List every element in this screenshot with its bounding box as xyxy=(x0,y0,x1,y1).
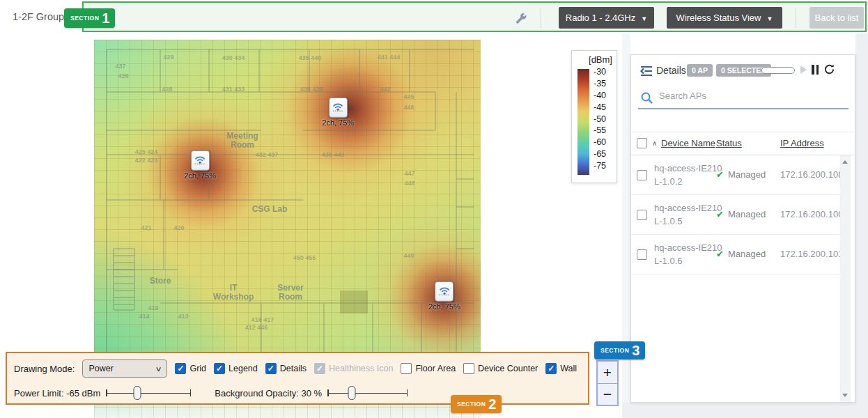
toolbar-section-box: Radio 1 - 2.4GHz ▼ Wireless Status View … xyxy=(82,1,867,32)
collapse-panel-icon[interactable] xyxy=(640,65,653,77)
search-input[interactable] xyxy=(659,91,840,101)
opacity-slider[interactable] xyxy=(327,386,408,400)
power-limit-label: Power Limit: -65 dBm xyxy=(14,388,100,398)
ip-address-cell: 172.16.200.100 xyxy=(780,209,843,219)
select-all-checkbox[interactable] xyxy=(637,138,647,148)
status-text: Managed xyxy=(728,249,766,259)
checkbox-box xyxy=(401,363,412,374)
checkbox-details[interactable]: ✓Details xyxy=(265,363,307,374)
zoom-out-button[interactable]: − xyxy=(598,384,617,405)
ap-count-badge: 0 AP xyxy=(687,64,713,77)
room-number: 437 xyxy=(115,63,125,70)
room-number: 436 439 xyxy=(300,86,323,93)
legend-tick: -35 xyxy=(594,78,606,90)
section-label: SECTION xyxy=(70,15,99,22)
power-limit-slider-thumb[interactable] xyxy=(134,386,141,400)
wrench-icon[interactable] xyxy=(516,13,527,24)
checkbox-floor-area[interactable]: Floor Area xyxy=(401,363,456,374)
checkbox-label: Grid xyxy=(189,364,206,373)
checkbox-device-counter[interactable]: Device Counter xyxy=(463,363,538,374)
table-row: hq-access-IE210L-1.0.2✔Managed172.16.200… xyxy=(631,155,841,195)
room-label: CSG Lab xyxy=(252,205,288,214)
table-row: hq-access-IE210L-1.0.6✔Managed172.16.200… xyxy=(631,235,841,274)
bottom-right-gutter xyxy=(622,403,868,418)
legend-tick: -30 xyxy=(594,66,606,78)
ap-label: 2ch, 75% xyxy=(322,118,354,127)
pause-icon[interactable] xyxy=(812,65,819,75)
panel-title: Details xyxy=(656,65,686,76)
checkbox-wall[interactable]: ✓Wall xyxy=(545,363,577,374)
section-label: SECTION xyxy=(600,347,629,354)
checkbox-legend[interactable]: ✓Legend xyxy=(214,363,258,374)
checkbox-grid[interactable]: ✓Grid xyxy=(175,363,206,374)
row-checkbox[interactable] xyxy=(637,249,647,260)
view-dropdown[interactable]: Wireless Status View ▼ xyxy=(667,7,782,29)
wifi-ap-icon: ••••• xyxy=(435,281,454,302)
legend-title: [dBm] xyxy=(589,54,612,65)
device-sub-name: L-1.0.2 xyxy=(654,175,722,188)
scroll-up-arrow[interactable] xyxy=(842,160,848,164)
wifi-ap-icon: ••••• xyxy=(329,98,348,118)
table-header: ∧ Device Name Status IP Address xyxy=(631,132,855,155)
device-name-cell: hq-access-IE210L-1.0.2 xyxy=(654,162,722,188)
legend-tick: -40 xyxy=(594,90,606,102)
power-limit-slider[interactable] xyxy=(106,386,191,400)
panel-header: Details 0 AP 0 SELECTED xyxy=(631,55,855,86)
legend-ticks: -30-35-40-45-50-55-60-65-75 xyxy=(594,66,606,172)
table-row: hq-access-IE210L-1.0.5✔Managed172.16.200… xyxy=(631,195,841,235)
ap-label: 2ch, 75% xyxy=(428,302,460,311)
ap-label: 2ch, 75% xyxy=(184,171,216,180)
ap-marker[interactable]: •••••2ch, 75% xyxy=(184,150,216,180)
room-label: ServerRoom xyxy=(277,284,303,302)
checkbox-label: Floor Area xyxy=(415,364,456,373)
legend-tick: -65 xyxy=(594,148,606,160)
column-ip-address[interactable]: IP Address xyxy=(780,138,824,148)
section-label: SECTION xyxy=(457,401,486,408)
status-cell: ✔Managed xyxy=(716,249,766,259)
top-toolbar: 1-2F Group Radio 1 - 2.4GHz ▼ Wireless S… xyxy=(0,0,868,33)
room-number: 430 434 xyxy=(222,54,245,61)
room-number: 435 440 xyxy=(299,54,322,61)
row-checkbox[interactable] xyxy=(637,210,647,220)
checkbox-label: Device Counter xyxy=(478,364,538,373)
room-number: 442 xyxy=(380,86,390,93)
column-status[interactable]: Status xyxy=(716,138,742,148)
opacity-slider-thumb[interactable] xyxy=(348,386,355,400)
room-number: 449 xyxy=(403,252,414,259)
section-number: 3 xyxy=(632,343,640,357)
app-root: MeetingRoomCSG LabStoreITWorkshopServerR… xyxy=(0,0,868,418)
search-field xyxy=(638,88,848,109)
legend-tick: -50 xyxy=(594,114,606,125)
checkbox-label: Healthiness Icon xyxy=(329,364,393,373)
group-title: 1-2F Group xyxy=(13,11,64,22)
legend-tick: -75 xyxy=(594,160,606,172)
room-number: 431 433 xyxy=(222,86,245,93)
column-device-name[interactable]: Device Name xyxy=(661,138,715,148)
room-number: 413 xyxy=(178,313,188,320)
ap-marker[interactable]: •••••2ch, 75% xyxy=(428,281,460,311)
back-to-list-button[interactable]: Back to list xyxy=(809,7,864,29)
radio-dropdown[interactable]: Radio 1 - 2.4GHz ▼ xyxy=(559,7,654,29)
room-number: 428 xyxy=(162,86,172,93)
ip-address-cell: 172.16.200.101 xyxy=(780,249,843,259)
legend-color-bar xyxy=(578,69,589,175)
checkbox-box: ✓ xyxy=(265,363,277,374)
list-scrollbar[interactable] xyxy=(840,155,851,402)
details-panel: Details 0 AP 0 SELECTED ∧ Device Name St… xyxy=(630,54,855,403)
room-number: 421 xyxy=(141,224,151,231)
device-name: hq-access-IE210 xyxy=(654,241,722,254)
device-sub-name: L-1.0.6 xyxy=(654,254,722,268)
checkbox-label: Legend xyxy=(228,364,258,373)
sort-caret-icon[interactable]: ∧ xyxy=(652,139,657,147)
zoom-in-button[interactable]: + xyxy=(598,362,617,383)
checkbox-label: Wall xyxy=(560,364,577,373)
room-number: 419 xyxy=(148,304,158,311)
row-checkbox[interactable] xyxy=(637,170,647,180)
scroll-down-arrow[interactable] xyxy=(842,394,848,397)
ap-marker[interactable]: •••••2ch, 75% xyxy=(322,98,354,127)
drawing-mode-select[interactable]: Power ∨ xyxy=(82,359,167,378)
managed-check-icon: ✔ xyxy=(716,169,724,180)
drawing-mode-value: Power xyxy=(88,364,156,373)
play-icon[interactable] xyxy=(800,65,807,74)
refresh-icon[interactable] xyxy=(823,63,835,75)
